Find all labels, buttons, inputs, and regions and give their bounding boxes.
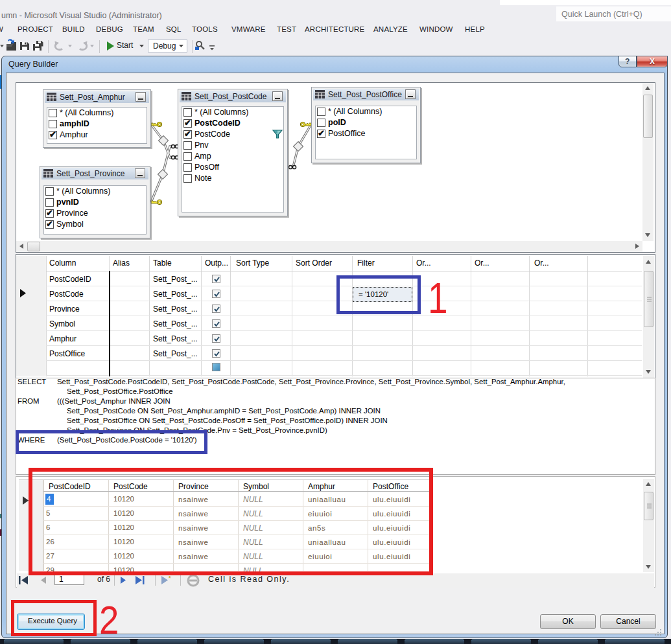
svg-text:*: * [169, 575, 171, 581]
